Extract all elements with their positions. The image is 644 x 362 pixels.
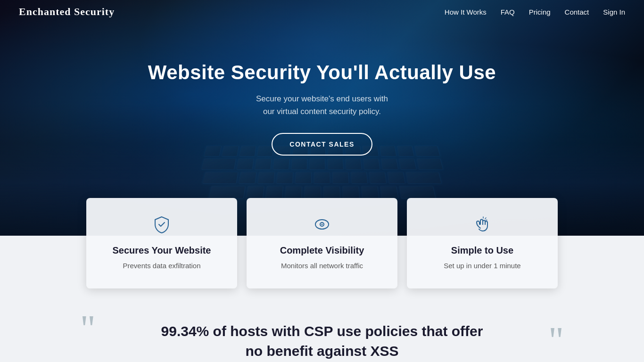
svg-point-2 xyxy=(322,224,323,225)
hero-subtitle: Secure your website's end users with our… xyxy=(148,92,496,118)
hero-title: Website Security You'll Actually Use xyxy=(148,61,496,84)
feature-card-secures-website: Secures Your Website Prevents data exfil… xyxy=(86,198,237,288)
feature-desc-simple: Set up in under 1 minute xyxy=(420,261,545,272)
hero-subtitle-line2: our virtual content security policy. xyxy=(263,107,381,116)
quote-mark-close: " xyxy=(548,331,564,350)
feature-desc-visibility: Monitors all network traffic xyxy=(260,261,384,272)
nav-pricing[interactable]: Pricing xyxy=(529,8,551,16)
nav-links: How It Works FAQ Pricing Contact Sign In xyxy=(445,8,625,16)
feature-card-simple: Simple to Use Set up in under 1 minute xyxy=(407,198,558,288)
hero-subtitle-line1: Secure your website's end users with xyxy=(256,94,388,103)
feature-title-visibility: Complete Visibility xyxy=(260,245,384,256)
features-section: Secures Your Website Prevents data exfil… xyxy=(0,198,644,288)
hand-icon xyxy=(420,215,545,238)
brand-logo[interactable]: Enchanted Security xyxy=(19,6,115,18)
contact-sales-button[interactable]: CONTACT SALES xyxy=(272,133,372,156)
quote-section: " 99.34% of hosts with CSP use policies … xyxy=(0,288,644,362)
feature-title-simple: Simple to Use xyxy=(420,245,545,256)
quote-text: 99.34% of hosts with CSP use policies th… xyxy=(157,321,487,361)
feature-desc-secures: Prevents data exfiltration xyxy=(99,261,224,272)
svg-line-4 xyxy=(485,218,486,219)
navigation: Enchanted Security How It Works FAQ Pric… xyxy=(0,0,644,24)
eye-icon xyxy=(260,215,384,238)
quote-mark-open: " xyxy=(80,319,96,338)
nav-faq[interactable]: FAQ xyxy=(501,8,515,16)
hero-content: Website Security You'll Actually Use Sec… xyxy=(139,61,505,156)
nav-contact[interactable]: Contact xyxy=(565,8,589,16)
nav-sign-in[interactable]: Sign In xyxy=(603,8,625,16)
feature-card-visibility: Complete Visibility Monitors all network… xyxy=(247,198,397,288)
feature-title-secures: Secures Your Website xyxy=(99,245,224,256)
nav-how-it-works[interactable]: How It Works xyxy=(445,8,487,16)
shield-icon xyxy=(99,215,224,238)
